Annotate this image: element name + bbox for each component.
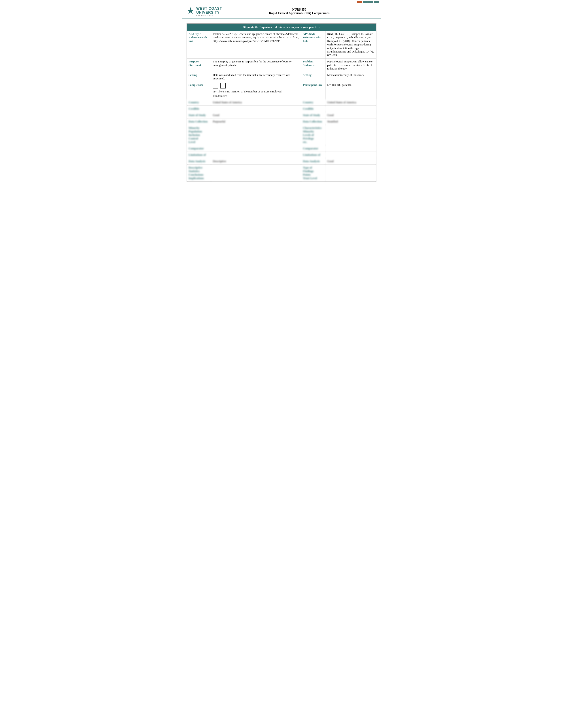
content-setting-right: Medical university of Innsbruck [326, 72, 377, 82]
table-row-blurred: Limitations of Limitations of [187, 152, 377, 158]
content-participant-size: N= 160-180 patients. [326, 82, 377, 99]
rca-table: Stipulate the Importance of this article… [186, 23, 377, 182]
checkbox-1 [213, 83, 218, 88]
logo-line1: WEST COAST [196, 7, 222, 11]
label-comparator-left: Comparator [187, 145, 211, 152]
participant-size-label: Participant Size [303, 83, 322, 86]
sample-size-text: N= There is no mention of the number of … [213, 90, 299, 93]
content-datacoll-right: Stratified [326, 118, 377, 125]
setting-right-label: Setting [303, 73, 312, 77]
sample-size-label: Sample Size [188, 83, 203, 86]
problem-text: Psychological support can allow cancer p… [327, 60, 373, 70]
label-credible-left: Credible [187, 106, 211, 112]
label-minority-right: CharacteristicsMinorityLevels ofPrivileg… [301, 125, 326, 145]
page-header: WEST COAST UNIVERSITY Founded 1909 NURS … [182, 4, 381, 19]
label-setting-left: Setting [187, 72, 211, 82]
label-limitations-left: Limitations of [187, 152, 211, 158]
doc-title: Rapid Critical Appraisal (RCA) Compariso… [222, 11, 377, 15]
label-datacoll-left: Data Collection [187, 118, 211, 125]
svg-marker-0 [187, 7, 194, 14]
label-purpose-left: PurposeStatement [187, 58, 211, 72]
apa-ref-right-text: Riedl, D., Gastl, R., Gamper, E., Arnold… [327, 32, 374, 57]
label-analysis-left: Data Analysis [187, 158, 211, 165]
content-analysis-left: Descriptive [211, 158, 301, 165]
label-country-left: Country [187, 99, 211, 106]
content-problem-right: Psychological support can allow cancer p… [326, 58, 377, 72]
content-apa-ref-right: Riedl, D., Gastl, R., Gamper, E., Arnold… [326, 31, 377, 58]
content-comparator-right [326, 145, 377, 152]
content-country-left: United States of America [211, 99, 301, 106]
document-title-block: NURS 350 Rapid Critical Appraisal (RCA) … [222, 8, 377, 15]
label-comparator-right: Comparator [301, 145, 326, 152]
content-minority-right [326, 125, 377, 145]
accent-segment-orange [357, 1, 362, 3]
content-purpose-left: The interplay of genetics is responsible… [211, 58, 301, 72]
label-country-right: Country [301, 99, 326, 106]
table-row: APA StyleReference withlink Thaker, V. V… [187, 31, 377, 58]
content-setting-left: Data was conducted from the internet sin… [211, 72, 301, 82]
content-country-right: United States of America [326, 99, 377, 106]
label-setting-right: Setting [301, 72, 326, 82]
university-logo-svg [186, 7, 194, 15]
content-sample-size: N= There is no mention of the number of … [211, 82, 301, 99]
course-code: NURS 350 [222, 8, 377, 11]
logo-area: WEST COAST UNIVERSITY Founded 1909 [186, 7, 222, 16]
logo-text: WEST COAST UNIVERSITY Founded 1909 [196, 7, 222, 16]
label-datacoll-right: Data Collection [301, 118, 326, 125]
content-analysis-right: Good [326, 158, 377, 165]
content-descr-right [326, 165, 377, 182]
label-analysis-right: Data Analysis [301, 158, 326, 165]
setting-right-text: Medical university of Innsbruck [327, 73, 364, 77]
apa-ref-left-label: APA StyleReference withlink [188, 32, 207, 43]
content-limitations-right [326, 152, 377, 158]
purpose-label: PurposeStatement [188, 60, 201, 67]
apa-ref-right-label: APA StyleReference withlink [303, 32, 321, 43]
setting-left-text: Data was conducted from the internet sin… [213, 73, 290, 80]
main-content: Stipulate the Importance of this article… [182, 19, 381, 186]
label-state-left: State of Study [187, 112, 211, 118]
table-row-blurred: Data Analysis Descriptive Data Analysis … [187, 158, 377, 165]
label-apa-ref-left: APA StyleReference withlink [187, 31, 211, 58]
checkbox-row [213, 83, 299, 88]
table-header-cell: Stipulate the Importance of this article… [187, 24, 377, 31]
table-row: PurposeStatement The interplay of geneti… [187, 58, 377, 72]
label-participant-size: Participant Size [301, 82, 326, 99]
table-row-blurred: DescriptiveStatisticsConclusionsImplicat… [187, 165, 377, 182]
label-apa-ref-right: APA StyleReference withlink [301, 31, 326, 58]
content-state-right: Good [326, 112, 377, 118]
label-credible-right: Credible [301, 106, 326, 112]
content-limitations-left [211, 152, 301, 158]
content-credible-right [326, 106, 377, 112]
table-header-text: Stipulate the Importance of this article… [243, 25, 320, 29]
label-problem-right: ProblemStatement [301, 58, 326, 72]
logo-icon [186, 7, 194, 16]
table-row: Sample Size N= There is no mention of th… [187, 82, 377, 99]
purpose-text: The interplay of genetics is responsible… [213, 60, 292, 67]
problem-label: ProblemStatement [303, 60, 315, 67]
label-minority-left: MinorityPopulationInclusionControlLevel [187, 125, 211, 145]
content-state-left: Good [211, 112, 301, 118]
content-minority-left [211, 125, 301, 145]
label-state-right: State of Study [301, 112, 326, 118]
checkbox-2 [220, 83, 226, 88]
content-credible-left [211, 106, 301, 112]
label-descr-left: DescriptiveStatisticsConclusionsImplicat… [187, 165, 211, 182]
table-row-blurred: Country United States of America Country… [187, 99, 377, 106]
table-row-blurred: State of Study Good State of Study Good [187, 112, 377, 118]
sample-additional-text: Randomized [213, 94, 299, 98]
content-apa-ref-left: Thaker, V. V. (2017). Genetic and epigen… [211, 31, 301, 58]
content-comparator-left [211, 145, 301, 152]
logo-line2: UNIVERSITY [196, 11, 222, 15]
setting-left-label: Setting [188, 73, 197, 77]
table-row-blurred: Comparator Comparator [187, 145, 377, 152]
table-row-blurred: MinorityPopulationInclusionControlLevel … [187, 125, 377, 145]
accent-segment-teal3 [374, 1, 379, 3]
logo-founded: Founded 1909 [196, 14, 222, 16]
accent-segment-teal2 [368, 1, 373, 3]
table-row-blurred: Credible Credible [187, 106, 377, 112]
accent-segments [357, 1, 379, 3]
label-descr-right: Type ofFindingsPointsTrust Level [301, 165, 326, 182]
label-sample-size: Sample Size [187, 82, 211, 99]
content-descr-left [211, 165, 301, 182]
table-row: Setting Data was conducted from the inte… [187, 72, 377, 82]
